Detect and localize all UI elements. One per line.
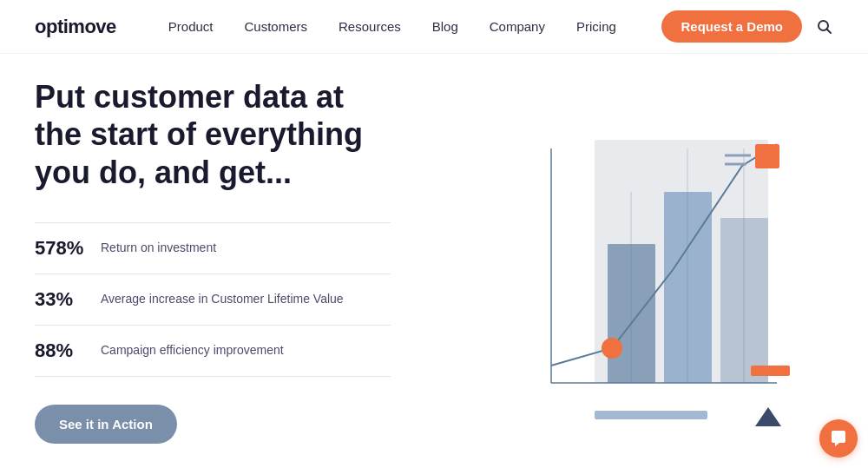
- hero-headline: Put customer data at the start of everyt…: [35, 78, 391, 191]
- nav-resources[interactable]: Resources: [339, 19, 401, 34]
- request-demo-button[interactable]: Request a Demo: [661, 10, 802, 43]
- svg-rect-17: [595, 411, 707, 419]
- hero-left: Put customer data at the start of everyt…: [35, 78, 408, 444]
- stat-label-clv: Average increase in Customer Lifetime Va…: [101, 291, 344, 308]
- stat-label-roi: Return on investment: [101, 240, 216, 257]
- search-button[interactable]: [816, 18, 833, 36]
- svg-line-1: [827, 29, 832, 33]
- stat-number-efficiency: 88%: [35, 339, 87, 362]
- nav-product[interactable]: Product: [168, 19, 214, 34]
- chart-area: [408, 54, 833, 468]
- nav-pricing[interactable]: Pricing: [576, 19, 616, 34]
- stat-number-clv: 33%: [35, 288, 87, 311]
- chat-icon: [829, 429, 848, 448]
- header-actions: Request a Demo: [661, 10, 833, 43]
- stat-label-efficiency: Campaign efficiency improvement: [101, 342, 284, 359]
- stat-item-roi: 578% Return on investment: [35, 222, 391, 274]
- main-content: Put customer data at the start of everyt…: [0, 54, 868, 468]
- stat-item-efficiency: 88% Campaign efficiency improvement: [35, 326, 391, 377]
- stat-number-roi: 578%: [35, 237, 87, 260]
- svg-rect-15: [751, 366, 790, 376]
- stats-list: 578% Return on investment 33% Average in…: [35, 222, 391, 377]
- nav-customers[interactable]: Customers: [245, 19, 308, 34]
- svg-marker-16: [755, 407, 781, 426]
- svg-point-11: [602, 338, 622, 359]
- logo[interactable]: optimove: [35, 16, 116, 38]
- header: optimove Product Customers Resources Blo…: [0, 0, 868, 54]
- see-action-button[interactable]: See it in Action: [35, 405, 177, 444]
- hero-chart: [438, 96, 803, 426]
- nav-blog[interactable]: Blog: [432, 19, 458, 34]
- nav-company[interactable]: Company: [490, 19, 545, 34]
- main-nav: Product Customers Resources Blog Company…: [168, 19, 662, 34]
- chat-bubble-button[interactable]: [819, 419, 858, 458]
- stat-item-clv: 33% Average increase in Customer Lifetim…: [35, 274, 391, 326]
- svg-rect-12: [755, 144, 779, 168]
- search-icon: [816, 18, 833, 36]
